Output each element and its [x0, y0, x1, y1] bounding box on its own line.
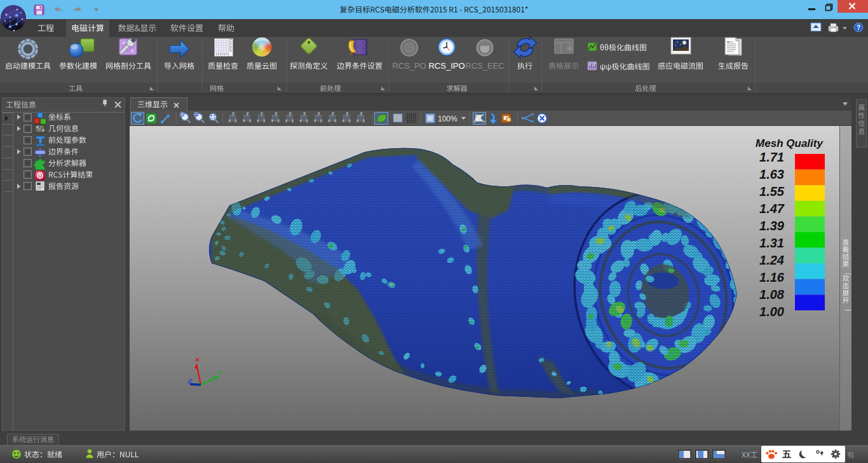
svg-text:z: z	[363, 118, 365, 123]
svg-text:z: z	[278, 118, 280, 123]
svg-text:z: z	[249, 118, 251, 123]
svg-text:RCS_EEC: RCS_EEC	[465, 61, 504, 71]
svg-text:z: z	[334, 118, 336, 123]
svg-text:1.00: 1.00	[759, 305, 784, 319]
svg-text:z: z	[292, 118, 294, 123]
svg-text:1.47: 1.47	[759, 202, 785, 216]
svg-text:1.55: 1.55	[759, 184, 785, 198]
svg-text:1.08: 1.08	[759, 287, 785, 301]
svg-text:1.63: 1.63	[759, 167, 784, 181]
svg-text:RCS_IPO: RCS_IPO	[428, 61, 465, 71]
svg-text:z: z	[320, 118, 322, 123]
svg-text:100%: 100%	[438, 114, 458, 123]
svg-text:?: ?	[857, 24, 860, 31]
svg-text:z: z	[235, 118, 237, 123]
svg-text:Mesh Quality: Mesh Quality	[756, 137, 824, 149]
svg-text:1.71: 1.71	[759, 150, 784, 164]
svg-text:z: z	[263, 118, 265, 123]
svg-text:1.24: 1.24	[759, 253, 784, 267]
svg-text:1.31: 1.31	[759, 236, 784, 250]
svg-text:1.39: 1.39	[759, 219, 785, 233]
svg-text:RCS_PO: RCS_PO	[392, 61, 426, 71]
svg-text:1.16: 1.16	[759, 270, 785, 284]
svg-text:z: z	[349, 118, 351, 123]
svg-text:z: z	[306, 118, 308, 123]
